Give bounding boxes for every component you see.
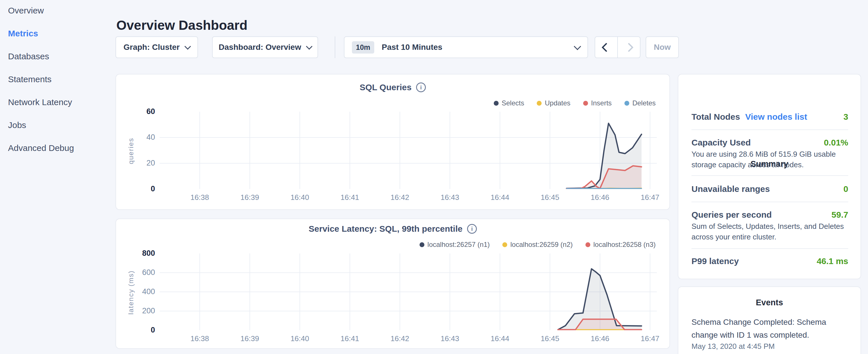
sidebar-item-databases[interactable]: Databases: [0, 45, 113, 68]
p99-latency-label: P99 latency: [691, 256, 739, 266]
unavailable-ranges-value: 0: [843, 184, 848, 194]
queries-per-second-label: Queries per second: [691, 210, 772, 220]
now-button-label: Now: [654, 43, 671, 52]
previous-time-button[interactable]: [595, 37, 618, 58]
y-axis-tick-label: 60: [116, 107, 155, 116]
next-time-button[interactable]: [618, 37, 640, 58]
legend-entry: Deletes: [624, 99, 656, 107]
legend-dot: [585, 242, 590, 247]
legend-label: Deletes: [632, 99, 656, 107]
x-axis-tick-label: 16:46: [580, 334, 620, 343]
y-axis-tick-label: 400: [116, 287, 155, 296]
divider: [691, 129, 848, 130]
legend-label: Updates: [545, 99, 570, 107]
x-axis-tick-label: 16:44: [480, 193, 520, 202]
total-nodes-label: Total Nodes: [691, 112, 740, 122]
time-step-buttons: [595, 36, 641, 58]
capacity-used-value: 0.01%: [824, 138, 848, 148]
sidebar-item-advanced-debug[interactable]: Advanced Debug: [0, 137, 113, 160]
x-axis-tick-label: 16:43: [430, 334, 470, 343]
event-message[interactable]: Schema Change Completed: Schema change w…: [691, 316, 850, 342]
overview-dashboard-page: { "sidebar": { "items": [ {"label": "Ove…: [0, 0, 868, 354]
info-icon[interactable]: i: [467, 224, 477, 234]
chart-title-text: Service Latency: SQL, 99th percentile: [309, 224, 463, 234]
chart-title: SQL Queries i: [116, 83, 670, 92]
legend-entry: localhost:26257 (n1): [420, 240, 490, 249]
now-button[interactable]: Now: [646, 36, 679, 58]
x-axis-tick-label: 16:40: [280, 334, 320, 343]
x-axis-tick-label: 16:38: [180, 193, 220, 202]
chevron-down-icon: [306, 43, 313, 50]
y-axis-tick-label: 600: [116, 268, 155, 277]
legend-dot: [420, 242, 425, 247]
x-axis-tick-label: 16:42: [380, 193, 420, 202]
legend-label: Inserts: [591, 99, 612, 107]
x-axis-tick-label: 16:39: [230, 334, 270, 343]
legend-dot: [624, 101, 629, 106]
plot-area[interactable]: [160, 254, 657, 330]
legend-dot: [494, 101, 499, 106]
y-axis-unit-label: queries: [127, 108, 135, 194]
legend-entry: Selects: [494, 99, 524, 107]
x-axis-tick-label: 16:45: [530, 334, 570, 343]
summary-panel: Summary Total Nodes View nodes list 3 Ca…: [678, 74, 861, 279]
queries-per-second-value: 59.7: [832, 210, 848, 220]
legend-dot: [583, 101, 588, 106]
total-nodes-row: Total Nodes View nodes list 3: [691, 111, 848, 123]
p99-latency-row: P99 latency 46.1 ms: [691, 255, 848, 267]
chevron-left-icon: [601, 43, 611, 52]
events-panel: Events Schema Change Completed: Schema c…: [678, 286, 861, 354]
page-title: Overview Dashboard: [116, 18, 248, 33]
service-latency-chart-panel: Service Latency: SQL, 99th percentile i …: [116, 219, 670, 349]
sidebar-item-network-latency[interactable]: Network Latency: [0, 91, 113, 114]
plot-area[interactable]: [160, 112, 657, 189]
unavailable-ranges-label: Unavailable ranges: [691, 184, 770, 194]
x-axis-tick-label: 16:43: [430, 193, 470, 202]
graph-dropdown[interactable]: Graph: Cluster: [116, 36, 198, 58]
x-axis-tick-label: 16:38: [180, 334, 220, 343]
unavailable-ranges-row: Unavailable ranges 0: [691, 183, 848, 195]
x-axis-tick-label: 16:42: [380, 334, 420, 343]
legend-dot: [537, 101, 541, 106]
sidebar-item-overview[interactable]: Overview: [0, 0, 113, 22]
capacity-used-description: You are using 28.6 MiB of 515.9 GiB usab…: [691, 149, 849, 170]
x-axis-tick-label: 16:45: [530, 193, 570, 202]
view-nodes-list-link[interactable]: View nodes list: [745, 112, 807, 122]
queries-per-second-row: Queries per second 59.7: [691, 209, 848, 221]
x-axis-tick-label: 16:40: [280, 193, 320, 202]
dashboard-dropdown[interactable]: Dashboard: Overview: [212, 36, 318, 58]
controls-divider: [335, 36, 335, 58]
chart-title: Service Latency: SQL, 99th percentile i: [116, 224, 670, 234]
event-timestamp: May 13, 2020 at 4:45 PM: [691, 342, 850, 351]
divider: [691, 248, 848, 249]
y-axis-tick-label: 0: [116, 326, 155, 334]
legend-entry: localhost:26258 (n3): [585, 240, 656, 249]
x-axis-tick-label: 16:47: [630, 193, 670, 202]
x-axis-tick-label: 16:39: [230, 193, 270, 202]
x-axis-tick-label: 16:46: [580, 193, 620, 202]
time-range-label: Past 10 Minutes: [382, 43, 442, 52]
info-icon[interactable]: i: [416, 83, 426, 92]
sidebar-item-jobs[interactable]: Jobs: [0, 114, 113, 137]
y-axis-tick-label: 0: [116, 185, 155, 193]
legend-dot: [502, 242, 507, 247]
legend-label: localhost:26258 (n3): [593, 240, 656, 249]
chevron-down-icon: [185, 43, 191, 50]
capacity-used-label: Capacity Used: [691, 138, 751, 148]
y-axis-tick-label: 20: [116, 159, 155, 167]
legend-entry: Updates: [537, 99, 570, 107]
chevron-down-icon: [574, 43, 581, 50]
divider: [691, 175, 848, 176]
p99-latency-value: 46.1 ms: [817, 256, 848, 266]
sidebar-item-metrics[interactable]: Metrics: [0, 22, 113, 45]
y-axis-tick-label: 200: [116, 307, 155, 315]
legend-entry: localhost:26259 (n2): [502, 240, 572, 249]
time-range-badge: 10m: [352, 41, 374, 54]
sidebar-item-statements[interactable]: Statements: [0, 68, 113, 91]
total-nodes-value: 3: [843, 112, 848, 122]
time-range-dropdown[interactable]: 10m Past 10 Minutes: [344, 36, 588, 58]
x-axis-tick-label: 16:41: [330, 334, 370, 343]
legend-label: localhost:26259 (n2): [510, 240, 572, 249]
sidebar-nav: OverviewMetricsDatabasesStatementsNetwor…: [0, 0, 113, 160]
capacity-used-row: Capacity Used 0.01%: [691, 137, 848, 148]
